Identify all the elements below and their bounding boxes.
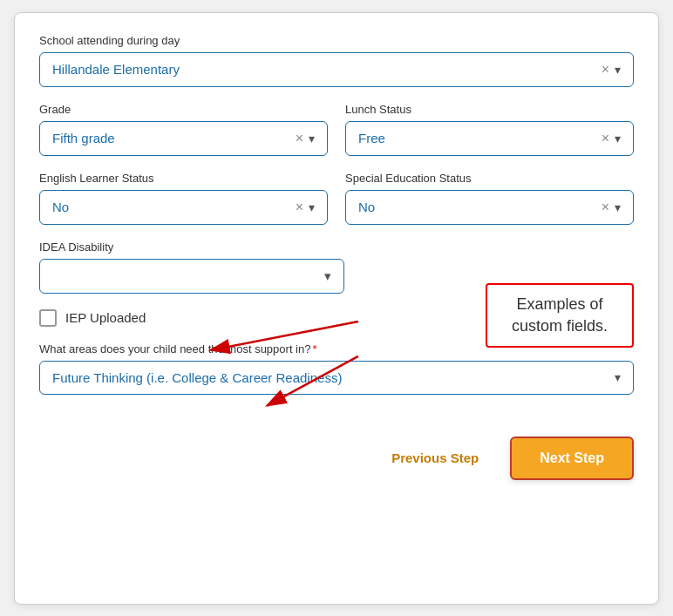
- idea-chevron-icon: ▾: [324, 268, 331, 284]
- next-step-button[interactable]: Next Step: [510, 437, 634, 480]
- callout-text: Examples of custom fields.: [512, 295, 608, 335]
- grade-field-group: Grade Fifth grade × ▾: [39, 103, 328, 156]
- lunch-clear-icon[interactable]: ×: [602, 131, 609, 146]
- support-select[interactable]: Future Thinking (i.e. College & Career R…: [39, 361, 634, 395]
- support-chevron-icon: ▾: [615, 370, 621, 384]
- support-value: Future Thinking (i.e. College & Career R…: [52, 370, 615, 385]
- iep-checkbox[interactable]: [39, 309, 57, 327]
- grade-label: Grade: [39, 103, 328, 116]
- el-select[interactable]: No × ▾: [39, 190, 328, 225]
- grade-chevron-icon: ▾: [309, 132, 315, 146]
- lunch-value: Free: [358, 131, 602, 146]
- sped-chevron-icon: ▾: [615, 200, 621, 214]
- grade-lunch-row: Grade Fifth grade × ▾ Lunch Status Free …: [39, 103, 634, 172]
- sped-clear-icon[interactable]: ×: [602, 200, 609, 215]
- grade-clear-icon[interactable]: ×: [296, 131, 303, 146]
- el-chevron-icon: ▾: [309, 200, 315, 214]
- el-value: No: [52, 200, 296, 214]
- sped-select[interactable]: No × ▾: [345, 190, 634, 225]
- iep-label: IEP Uploaded: [65, 310, 146, 325]
- idea-label: IDEA Disability: [39, 240, 634, 254]
- idea-select[interactable]: ▾: [39, 259, 344, 294]
- grade-select[interactable]: Fifth grade × ▾: [39, 121, 328, 156]
- lunch-chevron-icon: ▾: [615, 132, 621, 146]
- school-value: Hillandale Elementary: [52, 62, 602, 77]
- grade-value: Fifth grade: [52, 131, 296, 146]
- lunch-select[interactable]: Free × ▾: [345, 121, 634, 156]
- school-select[interactable]: Hillandale Elementary × ▾: [39, 52, 634, 87]
- sped-label: Special Education Status: [345, 172, 634, 185]
- school-label: School attending during day: [39, 34, 634, 47]
- support-required: *: [312, 342, 316, 355]
- lunch-field-group: Lunch Status Free × ▾: [345, 103, 634, 156]
- support-field-group: What areas does your child need the most…: [39, 342, 634, 395]
- school-clear-icon[interactable]: ×: [602, 62, 609, 78]
- school-field-group: School attending during day Hillandale E…: [39, 34, 634, 87]
- el-clear-icon[interactable]: ×: [296, 200, 303, 215]
- footer: Previous Step Next Step: [39, 423, 634, 480]
- el-field-group: English Learner Status No × ▾: [39, 172, 328, 225]
- sped-field-group: Special Education Status No × ▾: [345, 172, 634, 225]
- el-label: English Learner Status: [39, 172, 328, 185]
- lunch-label: Lunch Status: [345, 103, 634, 116]
- form-card: Examples of custom fields. School attend…: [14, 12, 659, 605]
- school-chevron-icon: ▾: [615, 63, 621, 77]
- sped-value: No: [358, 200, 602, 214]
- prev-step-button[interactable]: Previous Step: [377, 442, 493, 474]
- callout-box: Examples of custom fields.: [486, 283, 634, 348]
- el-sped-row: English Learner Status No × ▾ Special Ed…: [39, 172, 634, 240]
